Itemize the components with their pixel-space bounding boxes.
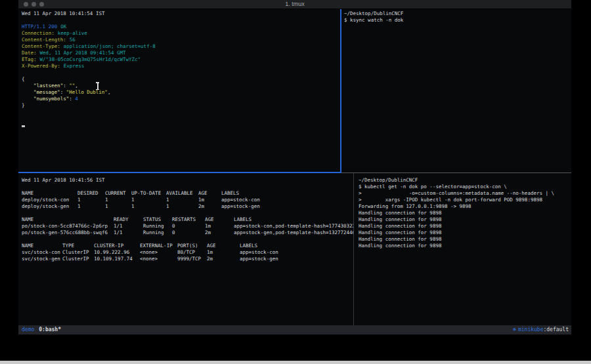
table-cell: 2m bbox=[198, 203, 221, 210]
kubernetes-icon: ☸ bbox=[513, 327, 516, 333]
table-cell: app=stock-con,pod-template-hash=17743032… bbox=[234, 223, 353, 230]
table-cell: NAME bbox=[22, 190, 77, 197]
table-cell: 0 bbox=[172, 223, 205, 230]
table-cell: <none> bbox=[140, 256, 177, 262]
status-bar-left: demo0:bash* bbox=[22, 325, 61, 334]
http-protocol: HTTP/1.1 200 bbox=[22, 24, 57, 30]
table-row: po/stock-con-5cc874766c-2p6rp1/1Running0… bbox=[22, 223, 353, 230]
table-cell: 1m bbox=[198, 197, 221, 203]
table-row: svc/stock-conClusterIP10.99.222.96<none>… bbox=[22, 249, 353, 256]
table-cell: PORT(S) bbox=[177, 243, 207, 249]
table-cell: po/stock-gen-576cc688bb-swqf6 bbox=[22, 230, 114, 236]
table-cell: NAME bbox=[22, 243, 62, 249]
table-cell: 10.109.197.74 bbox=[94, 256, 140, 262]
table-cell: AGE bbox=[205, 216, 234, 223]
table-cell: AGE bbox=[198, 190, 221, 197]
table-cell: NAME bbox=[22, 216, 114, 223]
ksync-output: ~/Desktop/DublinCNCF $ ksync watch -n do… bbox=[344, 10, 571, 24]
table-cell: Running bbox=[143, 230, 172, 236]
table-cell: 1/1 bbox=[114, 230, 143, 236]
table-row: po/stock-gen-576cc688bb-swqf61/1Running0… bbox=[22, 230, 353, 236]
json-entry-numsymbols: "numsymbols": 4 bbox=[22, 96, 340, 102]
table-header-row: NAMEDESIREDCURRENTUP-TO-DATEAVAILABLEAGE… bbox=[22, 190, 353, 197]
blank-line bbox=[22, 70, 340, 76]
table-cell: 1 bbox=[166, 197, 198, 203]
window-title: 1. tmux bbox=[18, 1, 571, 7]
table-cell: 2m bbox=[205, 230, 234, 236]
terminal-window: 1. tmux Wed 11 Apr 2018 10:41:54 IST HTT… bbox=[18, 0, 571, 334]
timestamp-line: Wed 11 Apr 2018 10:41:54 IST bbox=[22, 10, 340, 17]
http-header-x-powered-by: X-Powered-By:Express bbox=[22, 63, 340, 70]
status-bar-right: ☸minikube:default bbox=[513, 325, 569, 334]
table-cell: app=stock-gen,pod-template-hash=13277244… bbox=[234, 230, 353, 236]
table-cell: RESTARTS bbox=[172, 216, 205, 223]
http-header-content-type: Content-Type:application/json; charset=u… bbox=[22, 43, 340, 50]
table-cell: 1 bbox=[131, 203, 166, 210]
pane-divider-vertical-top[interactable] bbox=[340, 9, 341, 172]
table-cell: <none> bbox=[140, 249, 177, 256]
blank-line bbox=[22, 115, 340, 122]
mouse-text-cursor-icon bbox=[95, 82, 100, 90]
table-cell: 1 bbox=[166, 203, 198, 210]
table-cell: ClusterIP bbox=[62, 249, 94, 256]
table-row: deploy/stock-gen11112mapp=stock-gen bbox=[22, 203, 353, 210]
pane-http-response[interactable]: Wed 11 Apr 2018 10:41:54 IST HTTP/1.1 20… bbox=[18, 9, 340, 172]
terminal-cursor bbox=[22, 125, 25, 127]
pane-divider-vertical-bottom[interactable] bbox=[353, 173, 354, 325]
table-cell: 0 bbox=[172, 230, 205, 236]
http-reason: OK bbox=[60, 24, 66, 30]
table-row: svc/stock-genClusterIP10.109.197.74<none… bbox=[22, 256, 353, 262]
pane-ksync-watch[interactable]: ~/Desktop/DublinCNCF $ ksync watch -n do… bbox=[341, 9, 571, 172]
table-cell: 1m bbox=[205, 223, 234, 230]
table-cell: 80/TCP bbox=[177, 249, 207, 256]
pane-port-forward[interactable]: ~/Desktop/DublinCNCF $ kubectl get -n do… bbox=[355, 173, 571, 325]
table-cell: 1/1 bbox=[114, 223, 143, 230]
desktop-background: 1. tmux Wed 11 Apr 2018 10:41:54 IST HTT… bbox=[0, 0, 591, 364]
json-entry-message: "message": "Hello Dublin", bbox=[22, 89, 340, 96]
table-cell: svc/stock-con bbox=[22, 249, 62, 256]
http-header-date: Date:Wed, 11 Apr 2018 09:41:54 GMT bbox=[22, 50, 340, 56]
table-cell: 1 bbox=[77, 203, 105, 210]
table-cell: DESIRED bbox=[77, 190, 105, 197]
table-header-row: NAMETYPECLUSTER-IPEXTERNAL-IPPORT(S)AGEL… bbox=[22, 243, 353, 249]
pods-table: NAMEREADYSTATUSRESTARTSAGELABELSpo/stock… bbox=[22, 216, 353, 236]
table-cell: AVAILABLE bbox=[166, 190, 198, 197]
table-cell: app=stock-con bbox=[221, 197, 353, 203]
table-cell: READY bbox=[114, 216, 143, 223]
table-cell: STATUS bbox=[143, 216, 172, 223]
window-titlebar[interactable]: 1. tmux bbox=[18, 0, 571, 9]
blank-line bbox=[22, 17, 340, 24]
table-cell: deploy/stock-con bbox=[22, 197, 77, 203]
window-tab-label[interactable]: 0:bash* bbox=[39, 327, 61, 333]
table-cell: po/stock-con-5cc874766c-2p6rp bbox=[22, 223, 114, 230]
table-row: deploy/stock-con11111mapp=stock-con bbox=[22, 197, 353, 203]
port-forward-output: ~/Desktop/DublinCNCF $ kubectl get -n do… bbox=[359, 177, 571, 249]
table-cell: svc/stock-gen bbox=[22, 256, 62, 262]
json-entry-lastseen: "lastseen": "", bbox=[22, 83, 340, 89]
table-cell: 1m bbox=[207, 249, 240, 256]
kube-namespace: :default bbox=[543, 327, 569, 333]
table-cell: UP-TO-DATE bbox=[131, 190, 166, 197]
table-cell: 2m bbox=[207, 256, 240, 262]
table-cell: LABELS bbox=[240, 243, 353, 249]
table-cell: ClusterIP bbox=[62, 256, 94, 262]
http-header-content-length: Content-Length:56 bbox=[22, 37, 340, 43]
json-open-brace: { bbox=[22, 76, 340, 83]
table-cell: CURRENT bbox=[105, 190, 131, 197]
tmux-status-bar: demo0:bash* ☸minikube:default bbox=[18, 325, 571, 334]
table-cell: deploy/stock-gen bbox=[22, 203, 77, 210]
table-cell: app=stock-con bbox=[240, 249, 353, 256]
kube-context: minikube bbox=[518, 327, 544, 333]
table-cell: 1 bbox=[131, 197, 166, 203]
blank-line bbox=[22, 184, 353, 190]
table-cell: LABELS bbox=[234, 216, 353, 223]
services-table: NAMETYPECLUSTER-IPEXTERNAL-IPPORT(S)AGEL… bbox=[22, 243, 353, 262]
table-cell: CLUSTER-IP bbox=[94, 243, 140, 249]
table-cell: EXTERNAL-IP bbox=[140, 243, 177, 249]
table-cell: TYPE bbox=[62, 243, 94, 249]
table-cell: AGE bbox=[207, 243, 240, 249]
http-header-etag: ETag:W/"38-05coCsrg3mQ75sHr1d/qcWTwYZc" bbox=[22, 56, 340, 63]
pane-kubectl-resources[interactable]: Wed 11 Apr 2018 10:41:56 IST NAMEDESIRED… bbox=[18, 173, 353, 325]
http-header-connection: Connection:keep-alive bbox=[22, 30, 340, 37]
table-cell: Running bbox=[143, 223, 172, 230]
